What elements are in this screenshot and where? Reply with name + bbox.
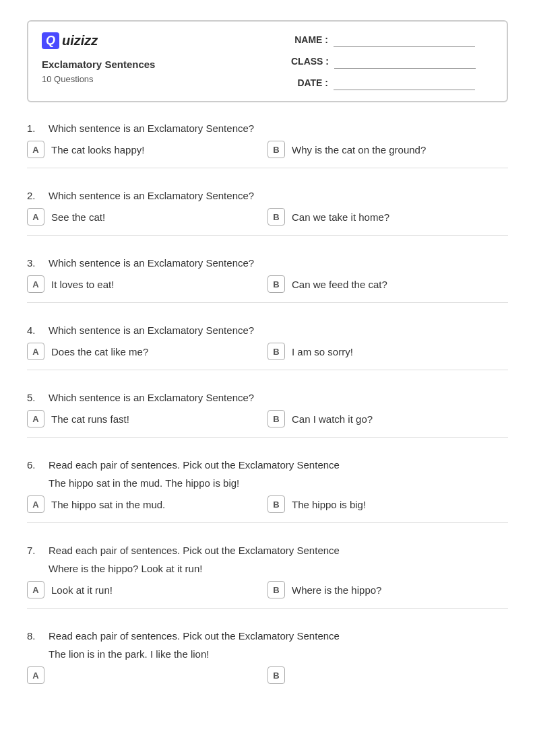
answer-option-b[interactable]: BWhy is the cat on the ground?: [268, 141, 508, 158]
answers-row: AB: [27, 666, 508, 684]
question-block: 6.Read each pair of sentences. Pick out …: [27, 459, 508, 532]
question-number: 3.: [27, 257, 43, 269]
question-text: Read each pair of sentences. Pick out th…: [49, 545, 340, 556]
name-input[interactable]: [334, 32, 475, 47]
quiz-count: 10 Questions: [42, 74, 155, 84]
answer-option-b[interactable]: BCan we take it home?: [268, 208, 508, 226]
question-block: 4.Which sentence is an Exclamatory Sente…: [27, 324, 508, 380]
question-row: 6.Read each pair of sentences. Pick out …: [27, 459, 508, 471]
question-number: 6.: [27, 459, 43, 471]
answer-option-b[interactable]: B: [268, 666, 508, 684]
answer-option-a[interactable]: AThe cat runs fast!: [27, 410, 268, 427]
option-box-a: A: [27, 141, 44, 158]
option-box-b: B: [268, 275, 285, 293]
option-box-b: B: [268, 343, 285, 360]
answer-option-a[interactable]: ALook at it run!: [27, 581, 268, 598]
option-text-a: The cat runs fast!: [51, 413, 129, 425]
answer-option-a[interactable]: ADoes the cat like me?: [27, 343, 268, 360]
header-left: Q uizizz Exclamatory Sentences 10 Questi…: [42, 32, 155, 84]
answer-option-b[interactable]: BThe hippo is big!: [268, 495, 508, 513]
option-text-a: It loves to eat!: [51, 279, 114, 290]
answers-row: AThe cat runs fast!BCan I watch it go?: [27, 410, 508, 427]
option-box-b: B: [268, 208, 285, 226]
question-row: 2.Which sentence is an Exclamatory Sente…: [27, 190, 508, 201]
class-label: CLASS :: [291, 56, 329, 67]
question-number: 8.: [27, 630, 43, 642]
question-row: 8.Read each pair of sentences. Pick out …: [27, 630, 508, 642]
question-text: Which sentence is an Exclamatory Sentenc…: [49, 257, 254, 269]
question-block: 3.Which sentence is an Exclamatory Sente…: [27, 257, 508, 312]
answer-option-a[interactable]: A: [27, 666, 268, 684]
answers-row: AThe cat looks happy!BWhy is the cat on …: [27, 141, 508, 158]
option-box-b: B: [268, 141, 285, 158]
option-text-a: See the cat!: [51, 211, 105, 223]
option-box-b: B: [268, 581, 285, 598]
option-text-b: Can we feed the cat?: [292, 279, 387, 290]
answer-option-b[interactable]: BWhere is the hippo?: [268, 581, 508, 598]
question-text: Which sentence is an Exclamatory Sentenc…: [49, 324, 254, 336]
logo-text: uizizz: [62, 33, 98, 48]
question-text: Which sentence is an Exclamatory Sentenc…: [49, 190, 254, 201]
option-text-a: The hippo sat in the mud.: [51, 499, 165, 510]
questions-section: 1.Which sentence is an Exclamatory Sente…: [27, 123, 508, 696]
question-row: 1.Which sentence is an Exclamatory Sente…: [27, 123, 508, 134]
divider: [27, 522, 508, 523]
question-text: Which sentence is an Exclamatory Sentenc…: [49, 392, 254, 403]
option-box-a: A: [27, 208, 44, 226]
answers-row: ASee the cat!BCan we take it home?: [27, 208, 508, 226]
question-row: 3.Which sentence is an Exclamatory Sente…: [27, 257, 508, 269]
answers-row: AThe hippo sat in the mud.BThe hippo is …: [27, 495, 508, 513]
divider: [27, 168, 508, 168]
option-text-a: Does the cat like me?: [51, 346, 148, 357]
divider: [27, 302, 508, 303]
answer-option-b[interactable]: BCan we feed the cat?: [268, 275, 508, 293]
answer-option-a[interactable]: AThe cat looks happy!: [27, 141, 268, 158]
question-subtext: The hippo sat in the mud. The hippo is b…: [49, 477, 508, 489]
logo: Q uizizz: [42, 32, 155, 49]
answers-row: ALook at it run!BWhere is the hippo?: [27, 581, 508, 598]
question-number: 2.: [27, 190, 43, 201]
question-text: Read each pair of sentences. Pick out th…: [49, 459, 340, 471]
question-block: 8.Read each pair of sentences. Pick out …: [27, 630, 508, 684]
question-subtext: Where is the hippo? Look at it run!: [49, 563, 508, 574]
name-label: NAME :: [291, 34, 328, 45]
divider: [27, 437, 508, 438]
date-input[interactable]: [334, 75, 475, 90]
header-right: NAME : CLASS : DATE :: [291, 32, 493, 90]
answer-option-a[interactable]: AThe hippo sat in the mud.: [27, 495, 268, 513]
logo-icon: Q: [42, 32, 59, 49]
option-text-b: Where is the hippo?: [292, 584, 381, 596]
option-text-b: I am so sorry!: [292, 346, 353, 357]
question-subtext: The lion is in the park. I like the lion…: [49, 648, 508, 660]
question-number: 1.: [27, 123, 43, 134]
option-box-a: A: [27, 581, 44, 598]
option-box-b: B: [268, 666, 285, 684]
class-input[interactable]: [334, 54, 476, 69]
answer-option-a[interactable]: AIt loves to eat!: [27, 275, 268, 293]
answer-option-b[interactable]: BI am so sorry!: [268, 343, 508, 360]
answers-row: AIt loves to eat!BCan we feed the cat?: [27, 275, 508, 293]
question-number: 7.: [27, 545, 43, 556]
option-box-b: B: [268, 410, 285, 427]
question-row: 5.Which sentence is an Exclamatory Sente…: [27, 392, 508, 403]
question-text: Which sentence is an Exclamatory Sentenc…: [49, 123, 254, 134]
option-text-a: Look at it run!: [51, 584, 113, 596]
answer-option-b[interactable]: BCan I watch it go?: [268, 410, 508, 427]
divider: [27, 235, 508, 236]
name-row: NAME :: [291, 32, 493, 47]
question-number: 4.: [27, 324, 43, 336]
question-number: 5.: [27, 392, 43, 403]
question-block: 2.Which sentence is an Exclamatory Sente…: [27, 190, 508, 245]
answer-option-a[interactable]: ASee the cat!: [27, 208, 268, 226]
option-box-a: A: [27, 495, 44, 513]
question-block: 7.Read each pair of sentences. Pick out …: [27, 545, 508, 618]
option-text-a: The cat looks happy!: [51, 144, 144, 156]
option-text-b: Can I watch it go?: [292, 413, 373, 425]
option-text-b: The hippo is big!: [292, 499, 366, 510]
option-box-b: B: [268, 495, 285, 513]
question-block: 1.Which sentence is an Exclamatory Sente…: [27, 123, 508, 178]
date-row: DATE :: [291, 75, 493, 90]
divider: [27, 370, 508, 370]
class-row: CLASS :: [291, 54, 493, 69]
question-row: 7.Read each pair of sentences. Pick out …: [27, 545, 508, 556]
